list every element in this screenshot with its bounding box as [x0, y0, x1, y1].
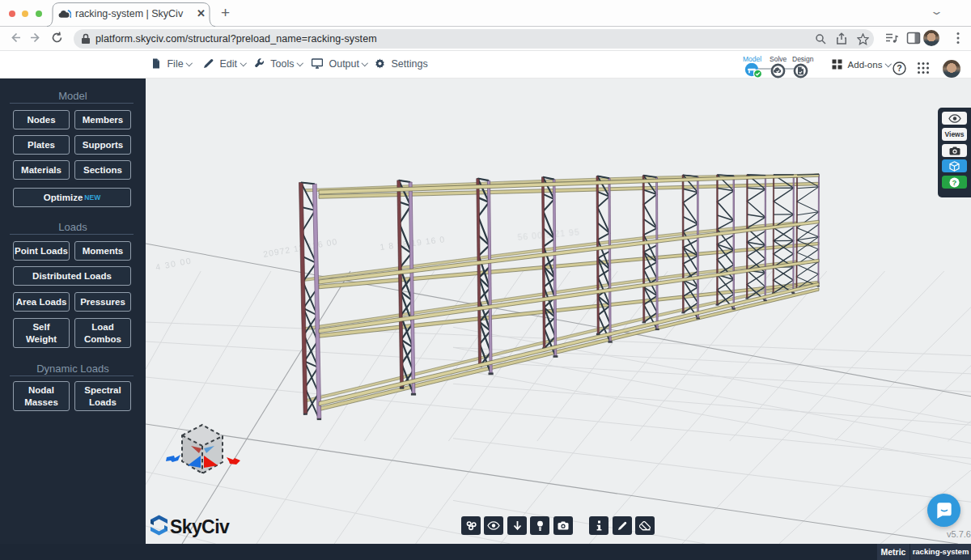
- svg-text:?: ?: [952, 178, 957, 187]
- svg-text:?: ?: [897, 63, 901, 73]
